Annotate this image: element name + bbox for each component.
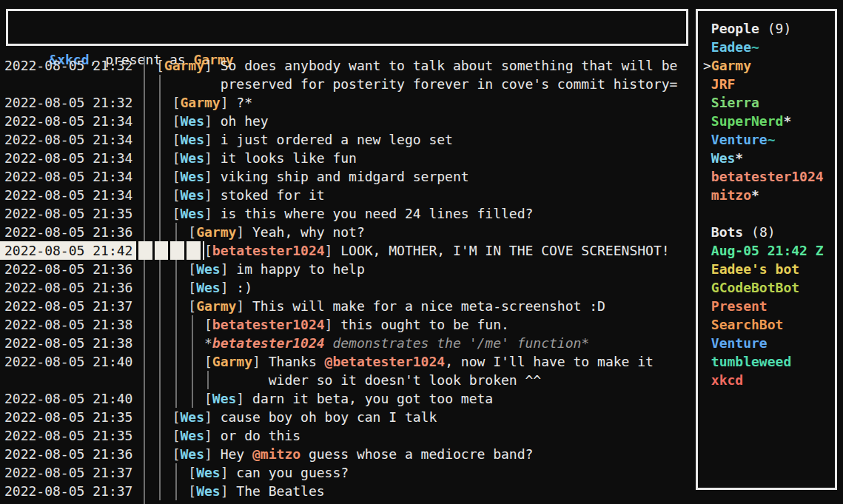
message-text: [Wes] is this where you need 24 lines fi…	[172, 204, 534, 223]
sidebar-member-xkcd[interactable]: xkcd	[703, 371, 743, 389]
message-text: [betatester1024] LOOK, MOTHER, I'M IN TH…	[204, 241, 670, 260]
sidebar-member-present[interactable]: Present	[703, 297, 768, 315]
member-sidebar: People (9) Eadee~>Garmy JRF Sierra Super…	[696, 9, 837, 490]
text-segment: [	[172, 132, 181, 147]
timestamp: 2022-08-05 21:34	[4, 112, 132, 130]
sidebar-member-venture[interactable]: Venture	[703, 334, 768, 352]
text-segment: *	[204, 335, 212, 351]
text-segment: cause boy oh boy can I talk	[221, 409, 437, 425]
timestamp: 2022-08-05 21:37	[4, 297, 132, 315]
nick: Wes	[180, 169, 204, 184]
app-root: &xkcd, present as Garmy 2022-08-05 21:32…	[0, 0, 843, 504]
sidebar-indent	[703, 243, 711, 258]
text-segment: So does anybody want to talk about somet…	[221, 58, 678, 73]
text-segment: [	[172, 428, 181, 443]
text-segment: ]	[221, 261, 237, 277]
chat-message-row[interactable]: 2022-08-05 21:40[Wes] darn it beta, you …	[0, 389, 694, 408]
sidebar-member-venture[interactable]: Venture~	[703, 130, 776, 149]
sidebar-indent	[703, 298, 711, 314]
text-segment: ]	[204, 428, 221, 443]
text-segment: [	[172, 113, 181, 129]
text-segment: [	[204, 243, 212, 258]
chat-message-row[interactable]: 2022-08-05 21:34[Wes] oh hey	[0, 112, 694, 130]
sidebar-member-sierra[interactable]: Sierra	[703, 93, 759, 112]
chat-message-row[interactable]: 2022-08-05 21:34[Wes] i just ordered a n…	[0, 130, 694, 149]
text-segment: ]	[204, 169, 221, 184]
sidebar-member-wes[interactable]: Wes*	[703, 149, 743, 167]
sidebar-member-eadee-s-bot[interactable]: Eadee's bot	[703, 260, 799, 278]
sidebar-member-tumbleweed[interactable]: tumbleweed	[703, 352, 791, 371]
timestamp: 2022-08-05 21:36	[4, 223, 132, 241]
status-suffix: ~	[768, 132, 776, 147]
text-segment: ]	[204, 113, 221, 129]
chat-message-row[interactable]: 2022-08-05 21:35[Wes] is this where you …	[0, 204, 694, 223]
timestamp: 2022-08-05 21:38	[4, 315, 132, 334]
chat-message-row[interactable]: 2022-08-05 21:38*betatester1024 demonstr…	[0, 334, 694, 352]
sidebar-member-searchbot[interactable]: SearchBot	[703, 315, 783, 334]
nick: Garmy	[196, 224, 236, 240]
text-segment: ]	[221, 280, 237, 295]
status-suffix: ~	[751, 39, 759, 55]
sidebar-member-jrf[interactable]: JRF	[703, 75, 735, 93]
member-name: JRF	[711, 76, 736, 92]
sidebar-member-aug-05-21-42-z[interactable]: Aug-05 21:42 Z	[703, 241, 824, 260]
text-segment: [	[172, 409, 181, 425]
sidebar-member-mitzo[interactable]: mitzo*	[703, 186, 759, 204]
text-segment: viking ship and midgard serpent	[221, 169, 469, 184]
text-segment: ]	[236, 224, 252, 240]
sidebar-member-betatester1024[interactable]: betatester1024	[703, 167, 824, 186]
message-text: [Wes] or do this	[172, 426, 300, 445]
chat-message-row[interactable]: 2022-08-05 21:37[Wes] can you guess?	[0, 463, 694, 482]
sidebar-indent	[703, 113, 711, 129]
chat-message-row[interactable]: 2022-08-05 21:42[betatester1024] LOOK, M…	[0, 241, 694, 260]
chat-message-row[interactable]: 2022-08-05 21:34[Wes] viking ship and mi…	[0, 167, 694, 186]
message-text: preserved for posterity forever in cove'…	[221, 75, 678, 93]
text-segment: Hey	[221, 446, 252, 462]
timestamp: 2022-08-05 21:37	[4, 482, 132, 500]
sidebar-member-garmy[interactable]: >Garmy	[703, 56, 751, 75]
text-segment: [	[188, 298, 196, 314]
message-text: [Garmy] This will make for a nice meta-s…	[188, 297, 605, 315]
text-segment: Bots	[711, 224, 743, 240]
nick: Wes	[180, 428, 204, 443]
sidebar-member-gcodebotbot[interactable]: GCodeBotBot	[703, 278, 799, 297]
sidebar-indent	[703, 317, 711, 332]
chat-message-row[interactable]: 2022-08-05 21:37[Garmy] This will make f…	[0, 297, 694, 315]
chat-message-row[interactable]: 2022-08-05 21:38[betatester1024] this ou…	[0, 315, 694, 334]
text-segment: ]	[204, 132, 221, 147]
highlight-bar-tick	[201, 241, 203, 260]
message-text: [Wes] The Beatles	[188, 482, 324, 500]
chat-message-row[interactable]: 2022-08-05 21:32[Garmy] ?*	[0, 93, 694, 112]
chat-message-row[interactable]: 2022-08-05 21:37[Wes] The Beatles	[0, 482, 694, 500]
nick: Wes	[180, 187, 204, 203]
chat-message-row[interactable]: 2022-08-05 21:36[Wes] :)	[0, 278, 694, 297]
text-segment: guess whose a mediocre band?	[300, 446, 533, 462]
timestamp: 2022-08-05 21:36	[4, 278, 132, 297]
timestamp: 2022-08-05 21:36	[4, 445, 132, 463]
nick: Garmy	[164, 58, 204, 73]
message-text: [Wes] darn it beta, you got too meta	[204, 389, 493, 408]
timestamp: 2022-08-05 21:40	[4, 389, 132, 408]
chat-message-row[interactable]: 2022-08-05 21:34[Wes] it looks like fun	[0, 149, 694, 167]
text-segment: it looks like fun	[221, 150, 357, 166]
timestamp: 2022-08-05 21:36	[4, 260, 132, 278]
nick: Wes	[180, 409, 204, 425]
chat-message-row[interactable]: 2022-08-05 21:32[Garmy] So does anybody …	[0, 56, 694, 75]
action-message: *betatester1024 demonstrates the '/me' f…	[204, 334, 589, 352]
sidebar-member-supernerd[interactable]: SuperNerd*	[703, 112, 791, 130]
chat-message-row[interactable]: 2022-08-05 21:36[Wes] Hey @mitzo guess w…	[0, 445, 694, 463]
sidebar-member-eadee[interactable]: Eadee~	[703, 38, 759, 56]
chat-message-row[interactable]: 2022-08-05 21:35[Wes] or do this	[0, 426, 694, 445]
nick: Wes	[180, 150, 204, 166]
member-name: SuperNerd	[711, 113, 784, 129]
chat-message-row[interactable]: 2022-08-05 21:35[Wes] cause boy oh boy c…	[0, 408, 694, 426]
chat-message-row[interactable]: 2022-08-05 21:36[Wes] im happy to help	[0, 260, 694, 278]
chat-message-row[interactable]: 2022-08-05 21:36[Garmy] Yeah, why not?	[0, 223, 694, 241]
chat-message-row[interactable]: 2022-08-05 21:40[Garmy] Thanks @betatest…	[0, 352, 694, 371]
timestamp: 2022-08-05 21:35	[4, 204, 132, 223]
member-name: Eadee	[711, 39, 751, 55]
timestamp: 2022-08-05 21:32	[4, 93, 132, 112]
chat-message-row[interactable]: 2022-08-05 21:34[Wes] stoked for it	[0, 186, 694, 204]
text-segment: preserved for posterity forever in cove'…	[221, 76, 678, 92]
text-segment: ]	[204, 409, 221, 425]
